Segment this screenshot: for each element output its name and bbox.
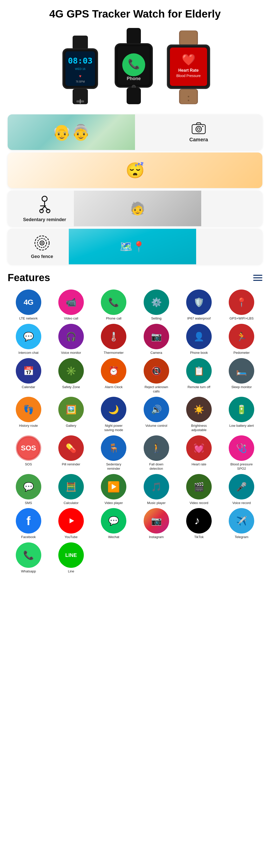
feature-instagram: 📷 Instagram [136,508,177,539]
brightness-icon: ☀️ [186,397,212,422]
facebook-label: Facebook [21,535,36,539]
gps-label: GPS+WIFI+LBS [230,316,254,321]
lte-label: LTE network [19,316,38,321]
feature-video-record: 🎬 Video record [178,474,220,505]
tiktok-label: TikTok [194,535,204,539]
feature-safety-zone: ✳️ Safety Zone [50,358,92,394]
feature-fall-detect: 🚶 Fall down detection [136,435,177,471]
voice-record-label: Voice record [232,501,251,505]
remote-off-icon: 📋 [186,358,212,383]
feature-blood-pressure: 🩺 Blood pressure SPO2 [221,435,262,471]
telegram-icon: ✈️ [229,508,254,533]
voice-monitor-label: Voice monitor [61,351,81,355]
facebook-icon: f [16,508,41,533]
pedometer-label: Pedometer [234,351,250,355]
sedentary-r-icon: 🪑 [101,435,126,461]
feature-gallery: 🖼️ Gallery [50,397,92,432]
feature-youtube: YouTube [50,508,92,539]
svg-text:📞: 📞 [128,58,140,70]
calculator-label: Calculator [64,501,79,505]
svg-text:♥: ♥ [79,74,82,78]
features-header: Features [8,272,262,283]
instagram-label: Instagram [149,535,164,539]
thermometer-label: Thermometer [104,351,124,355]
low-battery-icon: 🔋 [229,397,254,422]
feature-facebook: f Facebook [8,508,49,539]
svg-point-32 [188,100,189,101]
history-route-icon: 👣 [16,397,41,422]
feature-night-power: 🌙 Night power saving mode [93,397,134,432]
history-route-label: History route [19,424,38,428]
feature-whatsapp: 📞 Whatsapp [8,542,49,574]
blood-pressure-icon: 🩺 [229,435,254,461]
watch-2: 📞 Phone [108,28,159,104]
watch-1-svg: 08:03 WED 16 ♥ 76 BPM [55,36,106,104]
wechat-icon: 💬 [101,508,126,533]
volume-icon: 🔊 [144,397,169,422]
line-label: Line [68,569,74,574]
setting-label: Setting [151,316,161,321]
svg-text:Phone: Phone [127,76,141,81]
svg-text:Blood Pressure: Blood Pressure [176,74,201,78]
phone-call-icon: 📞 [101,289,126,315]
page-title: 4G GPS Tracker Watch for Elderly [0,0,270,25]
feature-calculator: 🧮 Calculator [50,474,92,505]
tiktok-icon: ♪ [186,508,212,533]
calendar-label: Calendar [22,385,35,390]
video-record-icon: 🎬 [186,474,212,499]
fall-detect-icon: 🚶 [144,435,169,461]
sms-icon: 💬 [16,474,41,499]
intercom-icon: 💬 [16,324,41,349]
feature-video-call: 📹 Video call [50,289,92,321]
video-player-icon: ▶️ [101,474,126,499]
feature-voice-record: 🎤 Voice record [221,474,262,505]
hamburger-menu[interactable] [253,275,262,281]
feature-sms: 💬 SMS [8,474,49,505]
feature-intercom: 💬 Intercom chat [8,324,49,355]
telegram-label: Telegram [235,535,248,539]
gps-icon: 📍 [229,289,254,315]
wheelchair-icon [34,195,55,215]
fall-detect-label: Fall down detection [142,462,170,471]
sos-icon: SOS [16,435,41,461]
feature-low-battery: 🔋 Low battery alert [221,397,262,432]
alarm-clock-icon: ⏰ [101,358,126,383]
reject-calls-icon: 📵 [144,358,169,383]
ip67-label: IP67 waterproof [187,316,211,321]
camera-feat-label: Camera [151,351,162,355]
alarm-clock-label: Alarm Clock [105,385,123,390]
feature-telegram: ✈️ Telegram [221,508,262,539]
feature-music-player: 🎵 Music player [136,474,177,505]
volume-label: Volume control [145,424,167,428]
feature-pill: 💊 Pill reminder [50,435,92,471]
feature-alarm-clock: ⏰ Alarm Clock [93,358,134,394]
sos-label: SOS [25,462,32,467]
svg-rect-19 [127,88,141,104]
ip67-icon: 🛡️ [186,289,212,315]
feature-sedentary-r: 🪑 Sedentary reminder [93,435,134,471]
feature-history-route: 👣 History route [8,397,49,432]
banner-sedentary: Sedentary reminder 🧓 [8,191,262,226]
whatsapp-icon: 📞 [16,542,41,568]
feature-thermometer: 🌡️ Thermometer [93,324,134,355]
feature-camera: 📷 Camera [136,324,177,355]
watch-1: 08:03 WED 16 ♥ 76 BPM [55,36,106,104]
pedometer-icon: 🏃 [229,324,254,349]
voice-monitor-icon: 🎧 [58,324,84,349]
feature-remote-off: 📋 Remote turn off [178,358,220,394]
music-player-label: Music player [147,501,166,505]
feature-sos: SOS SOS [8,435,49,471]
feature-gps: 📍 GPS+WIFI+LBS [221,289,262,321]
banner-geo-label: Geo fence [8,234,69,259]
heart-rate-label: Heart rate [192,462,206,467]
features-grid: 4G LTE network 📹 Video call 📞 Phone call… [8,289,262,574]
watch-3-svg: ❤️ Heart Rate Blood Pressure [162,31,215,104]
feature-lte: 4G LTE network [8,289,49,321]
svg-rect-10 [80,99,81,104]
remote-off-label: Remote turn off [187,385,210,390]
video-call-label: Video call [64,316,78,321]
banner-alarm: 😴 Alarm Clock [8,153,262,188]
camera-feat-icon: 📷 [144,324,169,349]
safety-zone-label: Safety Zone [62,385,80,390]
feature-tiktok: ♪ TikTok [178,508,220,539]
